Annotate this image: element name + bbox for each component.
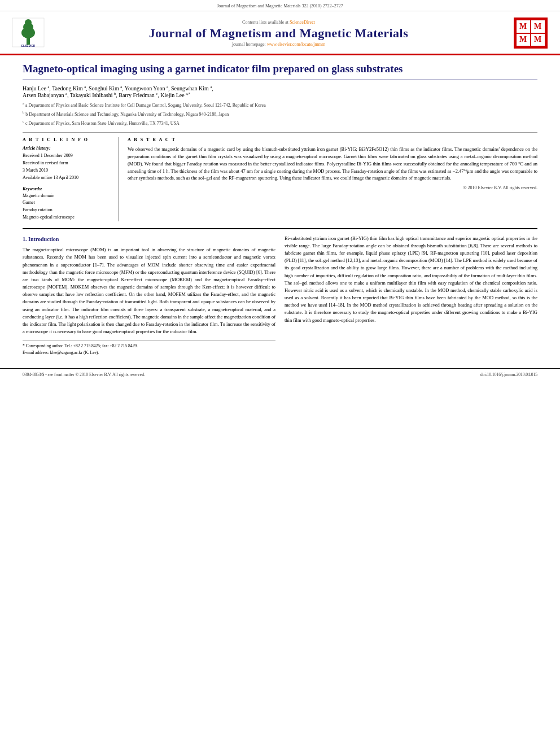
- homepage-url[interactable]: www.elsevier.com/locate/jmmm: [267, 42, 325, 47]
- sciencedirect-url[interactable]: ScienceDirect: [290, 20, 315, 25]
- article-history-label: Article history:: [23, 146, 112, 151]
- body-content: 1. Introduction The magneto-optical micr…: [23, 228, 537, 356]
- abstract-col: A B S T R A C T We observed the magnetic…: [128, 137, 537, 221]
- keyword-4: Magneto-optical microscope: [23, 214, 112, 221]
- abstract-header: A B S T R A C T: [128, 137, 537, 142]
- main-content: Magneto-optical imaging using a garnet i…: [0, 55, 560, 362]
- issn-info: 0304-8853/$ - see front matter © 2010 El…: [23, 372, 145, 377]
- journal-header: ELSEVIER Contents lists available at Sci…: [0, 11, 560, 55]
- received-date: Received 1 December 2009: [23, 152, 112, 160]
- intro-para-1: The magneto-optical microscope (MOM) is …: [23, 246, 275, 335]
- body-col-left: 1. Introduction The magneto-optical micr…: [23, 235, 275, 356]
- body-col-right: Bi-substituted yttrium iron garnet (Bi-Y…: [285, 235, 537, 356]
- doi-info: doi:10.1016/j.jmmm.2010.04.015: [480, 372, 537, 377]
- jmmm-cell-3: M: [517, 34, 530, 46]
- available-date: Available online 13 April 2010: [23, 174, 112, 182]
- journal-homepage: journal homepage: www.elsevier.com/locat…: [51, 42, 506, 47]
- affil-b: b b Department of Materials Science and …: [23, 110, 537, 118]
- keyword-1: Magnetic domain: [23, 193, 112, 200]
- footnote-corresponding: * Corresponding author. Tel.: +82 2 715 …: [23, 343, 275, 349]
- journal-center: Contents lists available at ScienceDirec…: [51, 20, 506, 47]
- author-arsen: Arsen Babajanyan a, Takayuki Ishibashi b…: [23, 92, 190, 98]
- footnote-section: * Corresponding author. Tel.: +82 2 715 …: [23, 340, 275, 356]
- keywords-label: Keywords:: [23, 186, 112, 191]
- journal-reference: Journal of Magnetism and Magnetic Materi…: [217, 3, 343, 8]
- article-info-col: A R T I C L E I N F O Article history: R…: [23, 137, 119, 221]
- jmmm-cell-2: M: [531, 20, 545, 33]
- keyword-3: Faraday rotation: [23, 207, 112, 214]
- keywords-list: Magnetic domain Garnet Faraday rotation …: [23, 193, 112, 221]
- copyright: © 2010 Elsevier B.V. All rights reserved…: [128, 185, 537, 190]
- revised-date: Received in revised form3 March 2010: [23, 160, 112, 174]
- affil-a: a a Department of Physics and Basic Scie…: [23, 101, 537, 109]
- affiliations: a a Department of Physics and Basic Scie…: [23, 101, 537, 126]
- author-hanju: Hanju Lee a, Taedong Kim a, Songhui Kim …: [23, 85, 213, 91]
- sciencedirect-link: Contents lists available at ScienceDirec…: [51, 20, 506, 25]
- article-title: Magneto-optical imaging using a garnet i…: [23, 62, 537, 80]
- keyword-2: Garnet: [23, 199, 112, 207]
- article-info-header: A R T I C L E I N F O: [23, 137, 112, 142]
- elsevier-logo: ELSEVIER: [11, 17, 45, 49]
- svg-text:ELSEVIER: ELSEVIER: [21, 44, 36, 47]
- authors-line: Hanju Lee a, Taedong Kim a, Songhui Kim …: [23, 85, 537, 99]
- journal-icon: M M M M: [512, 18, 549, 49]
- abstract-text: We observed the magnetic domains of a ma…: [128, 146, 537, 182]
- journal-title: Journal of Magnetism and Magnetic Materi…: [51, 26, 506, 41]
- footnote-email: E-mail address: klee@sogang.ac.kr (K. Le…: [23, 350, 275, 356]
- history-items: Received 1 December 2009 Received in rev…: [23, 152, 112, 181]
- intro-section-title: 1. Introduction: [23, 235, 275, 244]
- svg-point-4: [25, 19, 32, 26]
- jmmm-cell-1: M: [517, 20, 530, 33]
- top-bar: Journal of Magnetism and Magnetic Materi…: [0, 0, 560, 11]
- intro-para-2: Bi-substituted yttrium iron garnet (Bi-Y…: [285, 235, 537, 324]
- page-wrapper: Journal of Magnetism and Magnetic Materi…: [0, 0, 560, 747]
- jmmm-icon-grid: M M M M: [514, 18, 548, 49]
- affil-c: c c Department of Physics, Sam Houston S…: [23, 119, 537, 127]
- article-info-abstract: A R T I C L E I N F O Article history: R…: [23, 132, 537, 221]
- page-footer: 0304-8853/$ - see front matter © 2010 El…: [0, 368, 560, 381]
- jmmm-cell-4: M: [531, 34, 545, 46]
- keywords-section: Keywords: Magnetic domain Garnet Faraday…: [23, 186, 112, 221]
